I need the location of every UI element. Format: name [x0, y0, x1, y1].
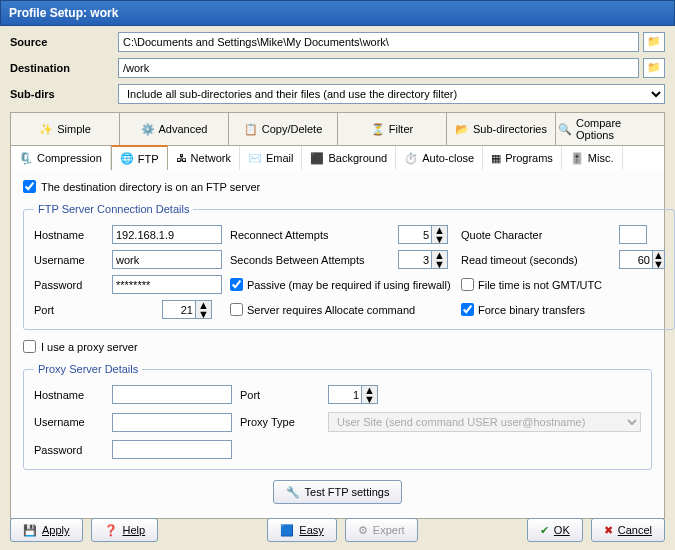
allocate-label: Server requires Allocate command: [247, 304, 415, 316]
test-icon: 🔧: [286, 486, 300, 499]
seconds-spinner[interactable]: ▲▼: [432, 250, 448, 269]
binary-label: Force binary transfers: [478, 304, 585, 316]
source-input[interactable]: [118, 32, 639, 52]
proxy-password-label: Password: [34, 444, 104, 456]
proxy-hostname-input[interactable]: [112, 385, 232, 404]
tab-simple[interactable]: ✨Simple: [11, 113, 120, 145]
hostname-label: Hostname: [34, 229, 104, 241]
tab-bar: ✨Simple ⚙️Advanced 📋Copy/Delete ⏳Filter …: [10, 112, 665, 146]
port-input[interactable]: [162, 300, 196, 319]
proxy-username-input[interactable]: [112, 413, 232, 432]
port-spinner[interactable]: ▲▼: [196, 300, 212, 319]
proxy-port-input[interactable]: [328, 385, 362, 404]
proxy-hostname-label: Hostname: [34, 389, 104, 401]
compare-icon: 🔍: [558, 123, 572, 136]
help-icon: ❓: [104, 524, 118, 537]
source-label: Source: [10, 36, 118, 48]
ok-button[interactable]: ✔OK: [527, 518, 583, 542]
mail-icon: ✉️: [248, 152, 262, 165]
reconnect-label: Reconnect Attempts: [230, 229, 390, 241]
ftp-icon: 🌐: [120, 152, 134, 165]
destination-label: Destination: [10, 62, 118, 74]
use-proxy-checkbox[interactable]: [23, 340, 36, 353]
easy-button[interactable]: 🟦Easy: [267, 518, 336, 542]
subtab-compression[interactable]: 🗜️Compression: [11, 146, 111, 170]
passive-label: Passive (may be required if using firewa…: [247, 279, 451, 291]
subdirs-select[interactable]: Include all sub-directories and their fi…: [118, 84, 665, 104]
reconnect-input[interactable]: [398, 225, 432, 244]
seconds-label: Seconds Between Attempts: [230, 254, 390, 266]
password-input[interactable]: [112, 275, 222, 294]
dest-is-ftp-checkbox[interactable]: [23, 180, 36, 193]
subtab-misc[interactable]: 🎚️Misc.: [562, 146, 623, 170]
tab-filter[interactable]: ⏳Filter: [338, 113, 447, 145]
proxy-fieldset: Proxy Server Details Hostname Port ▲▼ Us…: [23, 363, 652, 470]
quote-char-input[interactable]: [619, 225, 647, 244]
expert-button: ⚙Expert: [345, 518, 418, 542]
tab-copy-delete[interactable]: 📋Copy/Delete: [229, 113, 338, 145]
proxy-password-input[interactable]: [112, 440, 232, 459]
apply-button[interactable]: 💾Apply: [10, 518, 83, 542]
reconnect-spinner[interactable]: ▲▼: [432, 225, 448, 244]
ftp-connection-fieldset: FTP Server Connection Details Hostname R…: [23, 203, 675, 330]
window-title: Profile Setup: work: [0, 0, 675, 26]
username-input[interactable]: [112, 250, 222, 269]
tree-icon: 📂: [455, 123, 469, 136]
destination-input[interactable]: [118, 58, 639, 78]
gmt-checkbox[interactable]: [461, 278, 474, 291]
proxy-type-label: Proxy Type: [240, 416, 320, 428]
source-browse-button[interactable]: 📁: [643, 32, 665, 52]
proxy-port-spinner[interactable]: ▲▼: [362, 385, 378, 404]
sub-tab-bar: 🗜️Compression 🌐FTP 🖧Network ✉️Email ⬛Bac…: [10, 146, 665, 170]
easy-icon: 🟦: [280, 524, 294, 537]
check-icon: ✔: [540, 524, 549, 537]
quote-char-label: Quote Character: [461, 229, 611, 241]
zip-icon: 🗜️: [19, 152, 33, 165]
seconds-input[interactable]: [398, 250, 432, 269]
passive-checkbox[interactable]: [230, 278, 243, 291]
tab-subdirectories[interactable]: 📂Sub-directories: [447, 113, 556, 145]
cancel-button[interactable]: ✖Cancel: [591, 518, 665, 542]
expert-icon: ⚙: [358, 524, 368, 537]
destination-browse-button[interactable]: 📁: [643, 58, 665, 78]
subtab-ftp[interactable]: 🌐FTP: [111, 145, 168, 170]
readtimeout-label: Read timeout (seconds): [461, 254, 611, 266]
funnel-icon: ⏳: [371, 123, 385, 136]
use-proxy-label: I use a proxy server: [41, 341, 138, 353]
subtab-auto-close[interactable]: ⏱️Auto-close: [396, 146, 483, 170]
folder-icon: 📁: [647, 61, 661, 75]
proxy-port-label: Port: [240, 389, 320, 401]
subtab-network[interactable]: 🖧Network: [168, 146, 240, 170]
readtimeout-spinner[interactable]: ▲▼: [653, 250, 665, 269]
username-label: Username: [34, 254, 104, 266]
proxy-type-select: User Site (send command USER user@hostna…: [328, 412, 641, 432]
bg-icon: ⬛: [310, 152, 324, 165]
ftp-connection-legend: FTP Server Connection Details: [34, 203, 193, 215]
proxy-username-label: Username: [34, 416, 104, 428]
wand-icon: ✨: [39, 123, 53, 136]
tab-compare-options[interactable]: 🔍Compare Options: [556, 113, 664, 145]
subtab-programs[interactable]: ▦Programs: [483, 146, 562, 170]
proxy-legend: Proxy Server Details: [34, 363, 142, 375]
ftp-panel: The destination directory is on an FTP s…: [10, 170, 665, 519]
footer-bar: 💾Apply ❓Help 🟦Easy ⚙Expert ✔OK ✖Cancel: [10, 518, 665, 542]
help-button[interactable]: ❓Help: [91, 518, 159, 542]
readtimeout-input[interactable]: [619, 250, 653, 269]
allocate-checkbox[interactable]: [230, 303, 243, 316]
subtab-background[interactable]: ⬛Background: [302, 146, 396, 170]
copy-icon: 📋: [244, 123, 258, 136]
password-label: Password: [34, 279, 104, 291]
gmt-label: File time is not GMT/UTC: [478, 279, 602, 291]
test-ftp-button[interactable]: 🔧Test FTP settings: [273, 480, 403, 504]
tab-advanced[interactable]: ⚙️Advanced: [120, 113, 229, 145]
clock-icon: ⏱️: [404, 152, 418, 165]
folder-icon: 📁: [647, 35, 661, 49]
subdirs-label: Sub-dirs: [10, 88, 118, 100]
dest-is-ftp-label: The destination directory is on an FTP s…: [41, 181, 260, 193]
binary-checkbox[interactable]: [461, 303, 474, 316]
subtab-email[interactable]: ✉️Email: [240, 146, 303, 170]
hostname-input[interactable]: [112, 225, 222, 244]
save-icon: 💾: [23, 524, 37, 537]
network-icon: 🖧: [176, 152, 187, 164]
close-icon: ✖: [604, 524, 613, 537]
